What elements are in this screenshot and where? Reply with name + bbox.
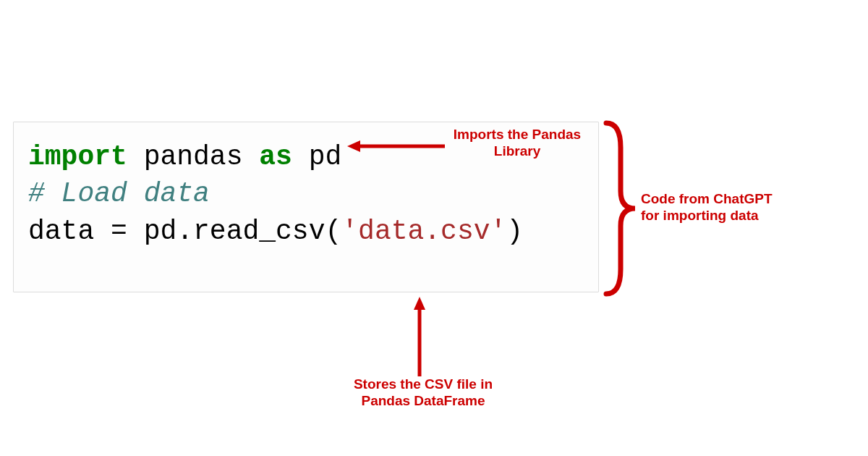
kw-as: as [259,141,292,172]
svg-marker-3 [414,297,425,310]
annotation-stores-csv: Stores the CSV file in Pandas DataFrame [347,376,499,410]
annotation-imports-pandas: Imports the Pandas Library [445,127,590,160]
read-csv-call: data = pd.read_csv( [28,216,341,247]
string-literal: 'data.csv' [341,216,506,247]
svg-marker-1 [347,140,360,152]
curly-brace-icon [602,119,638,298]
id-pandas: pandas [144,141,243,172]
kw-import: import [28,141,127,172]
comment-load-data: # Load data [28,178,210,209]
annotation-code-from-chatgpt: Code from ChatGPT for importing data [641,191,778,224]
arrow-up-icon [412,297,427,376]
code-line-read: data = pd.read_csv('data.csv') [28,213,584,250]
arrow-left-icon [347,139,445,153]
id-pd: pd [309,141,342,172]
code-line-comment: # Load data [28,175,584,212]
